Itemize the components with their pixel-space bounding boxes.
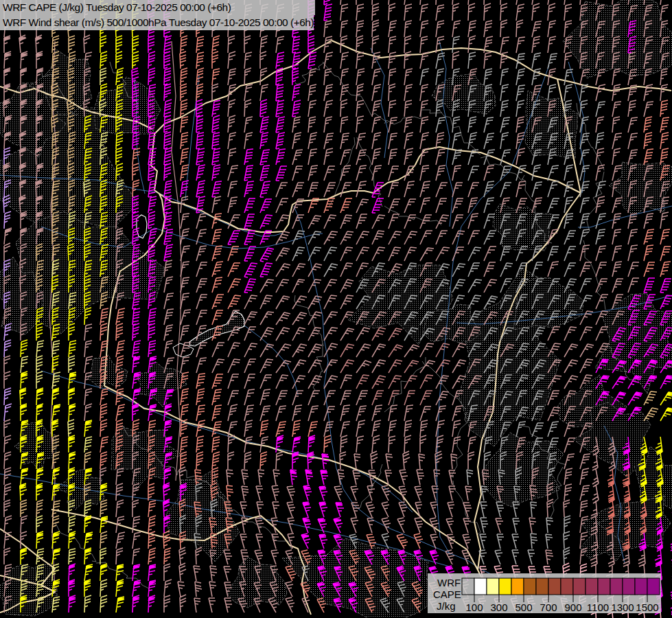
svg-text:1100: 1100 [587, 602, 609, 613]
svg-text:900: 900 [564, 602, 581, 613]
svg-text:500: 500 [515, 602, 532, 613]
svg-text:1300: 1300 [611, 602, 634, 613]
svg-text:700: 700 [540, 602, 557, 613]
svg-text:1500: 1500 [636, 602, 658, 613]
svg-text:300: 300 [490, 602, 507, 613]
svg-text:100: 100 [465, 602, 483, 613]
